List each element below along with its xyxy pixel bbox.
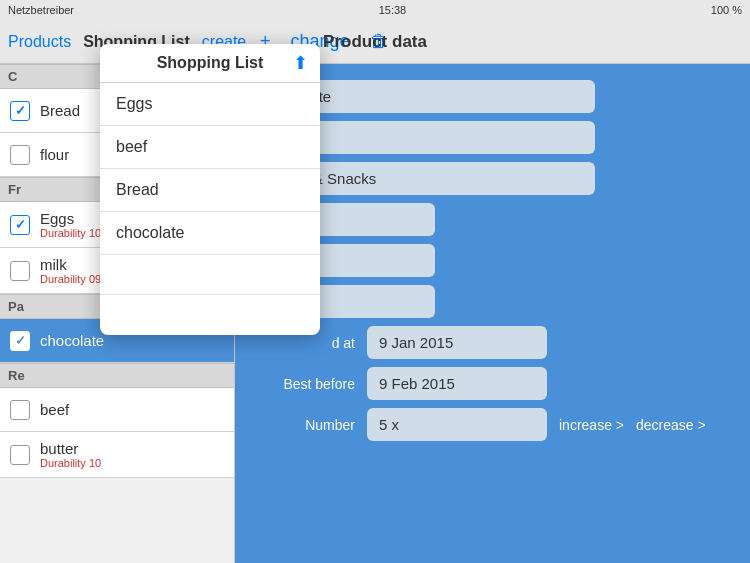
shopping-list-modal: Shopping List ⬆ Eggs beef Bread chocolat…	[100, 44, 320, 335]
modal-list-item-empty	[100, 295, 320, 335]
modal-list-item[interactable]: Bread	[100, 169, 320, 212]
modal-list-item[interactable]: Eggs	[100, 83, 320, 126]
modal-list-item-empty	[100, 255, 320, 295]
modal-title: Shopping List	[157, 54, 264, 72]
modal-list-item[interactable]: beef	[100, 126, 320, 169]
modal-header: Shopping List ⬆	[100, 44, 320, 83]
modal-overlay: Shopping List ⬆ Eggs beef Bread chocolat…	[0, 0, 750, 563]
modal-list-item[interactable]: chocolate	[100, 212, 320, 255]
share-icon-button[interactable]: ⬆	[293, 52, 308, 74]
